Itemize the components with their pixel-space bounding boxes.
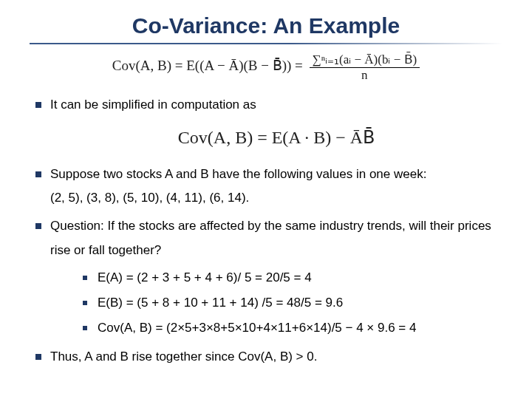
bullet-question-text: Question: If the stocks are affected by … xyxy=(50,219,491,256)
slide: Co-Variance: An Example Cov(A, B) = E((A… xyxy=(0,0,532,399)
sub-bullet-eb-text: E(B) = (5 + 8 + 10 + 11 + 14) /5 = 48/5 … xyxy=(98,296,343,310)
bullet-conclusion-text: Thus, A and B rise together since Cov(A,… xyxy=(50,349,317,364)
sub-bullet-eb: E(B) = (5 + 8 + 10 + 11 + 14) /5 = 48/5 … xyxy=(80,290,502,316)
formula-numerator: ∑ⁿᵢ₌₁(aᵢ − Ā)(bᵢ − B̄) xyxy=(310,52,420,68)
formula2-text: Cov(A, B) = E(A · B) − ĀB̄ xyxy=(178,128,375,147)
bullet-conclusion: Thus, A and B rise together since Cov(A,… xyxy=(30,345,502,369)
sub-bullet-ea: E(A) = (2 + 3 + 5 + 4 + 6)/ 5 = 20/5 = 4 xyxy=(80,265,502,290)
sub-bullet-cov-text: Cov(A, B) = (2×5+3×8+5×10+4×11+6×14)/5 −… xyxy=(98,321,416,335)
formula-lhs: Cov(A, B) = E((A − Ā)(B − B̄)) = xyxy=(112,58,303,73)
bullet-simplified: It can be simplified in computation as C… xyxy=(30,93,502,155)
formula-denominator: n xyxy=(310,68,420,83)
bullet-suppose: Suppose two stocks A and B have the foll… xyxy=(30,163,502,211)
covariance-simplified-formula: Cov(A, B) = E(A · B) − ĀB̄ xyxy=(50,121,502,155)
title-underline xyxy=(30,43,502,44)
slide-title: Co-Variance: An Example xyxy=(30,13,502,38)
bullet-list: It can be simplified in computation as C… xyxy=(30,93,502,369)
bullet-suppose-text: Suppose two stocks A and B have the foll… xyxy=(50,167,426,181)
bullet-simplified-text: It can be simplified in computation as xyxy=(50,98,256,112)
formula-fraction: ∑ⁿᵢ₌₁(aᵢ − Ā)(bᵢ − B̄) n xyxy=(310,52,420,83)
sub-bullet-list: E(A) = (2 + 3 + 5 + 4 + 6)/ 5 = 20/5 = 4… xyxy=(80,265,502,341)
bullet-question: Question: If the stocks are affected by … xyxy=(30,214,502,341)
covariance-definition-formula: Cov(A, B) = E((A − Ā)(B − B̄)) = ∑ⁿᵢ₌₁(a… xyxy=(30,52,502,83)
sub-bullet-cov: Cov(A, B) = (2×5+3×8+5×10+4×11+6×14)/5 −… xyxy=(80,316,502,341)
sub-bullet-ea-text: E(A) = (2 + 3 + 5 + 4 + 6)/ 5 = 20/5 = 4 xyxy=(98,270,312,284)
bullet-suppose-data: (2, 5), (3, 8), (5, 10), (4, 11), (6, 14… xyxy=(50,191,249,205)
